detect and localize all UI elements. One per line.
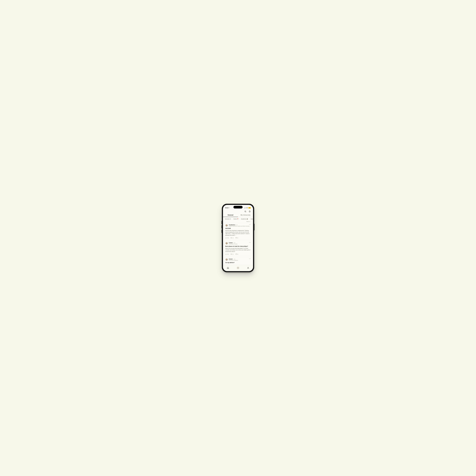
post-more-button[interactable]: ••• [249, 242, 251, 243]
send-icon [235, 254, 237, 255]
dynamic-island [233, 206, 243, 208]
location-arrow-icon [228, 207, 229, 208]
notifications-button[interactable] [249, 210, 251, 213]
post-category: Academics [229, 224, 235, 225]
post-title: HSCI345 [225, 228, 251, 229]
nav-profile[interactable] [247, 267, 249, 269]
share-button[interactable]: 41 [235, 254, 238, 255]
post-card[interactable]: ••• Academics · 1d Virginia Polytechnic … [224, 223, 252, 240]
tab-general[interactable]: General [223, 213, 238, 217]
like-button[interactable]: 231 [225, 254, 229, 255]
battery-indicator: 32 [248, 207, 251, 208]
post-title: Co-op advice? [225, 262, 251, 263]
post-more-button[interactable]: ••• [249, 258, 251, 259]
chip-generals[interactable]: Generals💬 [224, 218, 232, 220]
chip-events[interactable]: Events📅 [233, 218, 239, 220]
top-tabs: General My University [223, 213, 253, 217]
svg-point-3 [248, 267, 248, 268]
phone-frame: 9:41 32 General My University Ge [222, 204, 254, 272]
like-button[interactable]: 231 [225, 237, 229, 238]
flame-icon [225, 237, 227, 238]
chip-academics[interactable]: Academics🎓 [240, 218, 249, 220]
post-university: Virginia Polytechnic Institute and State… [229, 226, 249, 227]
post-metrics: 231 21 41 [225, 254, 251, 255]
search-icon [244, 210, 246, 212]
comment-icon [231, 254, 232, 255]
post-card[interactable]: ••• Career · 2 hr University of Toronto … [224, 241, 252, 256]
comment-icon [231, 237, 232, 238]
post-university: University of Toronto [229, 243, 238, 245]
post-time: · 1 hr [233, 258, 235, 260]
avatar [225, 258, 228, 261]
post-body: Anyone else drowning in assignments? Thi… [225, 230, 251, 236]
bell-icon [249, 210, 251, 212]
post-title: Best places to look for internships? [225, 246, 251, 247]
chevron-down-icon [250, 221, 251, 222]
link-icon [246, 207, 248, 208]
search-button[interactable] [244, 210, 247, 213]
category-chips[interactable]: Generals💬 Events📅 Academics🎓 Career🔥 M [223, 217, 253, 221]
post-body: Where do you guys find internships?? I'v… [225, 248, 251, 252]
tab-my-university[interactable]: My University [238, 213, 253, 217]
post-time: · 1d [236, 224, 238, 225]
status-time: 9:41 [225, 207, 228, 209]
post-feed[interactable]: ••• Academics · 1d Virginia Polytechnic … [223, 223, 253, 265]
screen: 9:41 32 General My University Ge [223, 205, 253, 271]
nav-create[interactable] [237, 267, 239, 269]
share-button[interactable]: 41 [235, 237, 238, 238]
home-icon [227, 267, 229, 269]
sort-selector[interactable]: Recent [223, 221, 253, 223]
send-icon [235, 237, 237, 238]
post-time: · 2 hr [233, 242, 235, 243]
header-actions [223, 209, 253, 213]
avatar [225, 224, 228, 227]
flame-icon [225, 254, 227, 255]
post-university: University of Waterloo [229, 260, 238, 261]
avatar [225, 242, 228, 244]
bottom-nav [223, 265, 253, 271]
plus-icon [237, 267, 239, 269]
sort-label: Recent [246, 221, 250, 222]
nav-home[interactable] [227, 267, 229, 269]
post-category: Career [229, 242, 233, 243]
comment-button[interactable]: 21 [231, 237, 234, 238]
cellular-signal-icon [244, 207, 246, 208]
post-card[interactable]: ••• Career · 1 hr University of Waterloo… [224, 257, 252, 264]
post-more-button[interactable]: ••• [249, 224, 251, 225]
user-icon [247, 267, 249, 269]
post-category: Career [229, 258, 233, 260]
chip-career[interactable]: Career🔥 [250, 218, 253, 220]
svg-point-0 [245, 211, 246, 212]
comment-button[interactable]: 21 [231, 254, 234, 255]
post-metrics: 231 21 41 [225, 237, 251, 238]
